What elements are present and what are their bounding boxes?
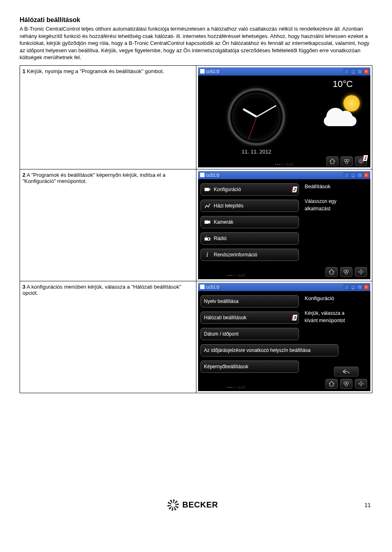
side-text-line1: Válasszon egy: [305, 198, 367, 205]
titlebar-extra-icon[interactable]: [344, 172, 350, 178]
step3-text: A konfigurációs menüben kérjük, válassza…: [22, 284, 181, 296]
page-number: 11: [364, 502, 371, 508]
settings-screen: cc51:0 _ □ × Ko: [198, 171, 371, 279]
close-button[interactable]: ×: [363, 284, 369, 290]
side-title: Beállítások: [305, 183, 367, 189]
menu-item-network[interactable]: Hálózati beállítások 3: [200, 312, 299, 324]
close-button[interactable]: ×: [363, 172, 369, 178]
titlebar-extra-icon[interactable]: [344, 69, 350, 74]
step2-text: A "Programok és beállítások" képernyőn k…: [22, 172, 165, 184]
side-text-line2: kívánt menüpontot: [305, 317, 367, 324]
becker-logo-text: BECKER: [182, 500, 218, 510]
maximize-button[interactable]: □: [357, 69, 363, 74]
radio-icon: [204, 235, 211, 242]
menu-item-cameras[interactable]: Kamerák: [200, 216, 299, 228]
window-titlebar: cc51:0 _ □ ×: [198, 171, 371, 179]
close-button[interactable]: ×: [363, 69, 369, 74]
home-screen: cc51:0 _ □ ×: [198, 67, 371, 167]
svg-point-27: [345, 384, 347, 386]
side-title: Konfiguráció: [305, 295, 367, 301]
maximize-button[interactable]: □: [357, 284, 363, 290]
window-caption: cc51:0: [206, 69, 219, 74]
menu-label: Nyelv beállítása: [204, 298, 239, 304]
app-icon: [200, 285, 205, 289]
date-label: 11. 11. 2012: [242, 149, 271, 155]
window-titlebar: cc51:0 _ □ ×: [198, 67, 371, 76]
step2-text-cell: 2 A "Programok és beállítások" képernyőn…: [20, 169, 196, 281]
menu-item-datetime[interactable]: Dátum / időpont: [200, 328, 299, 340]
callout-marker-3: 3: [292, 315, 297, 321]
settings-icon-button[interactable]: 1: [355, 156, 367, 166]
minimize-button[interactable]: _: [350, 69, 356, 74]
menu-side-panel: Beállítások Válasszon egy alkalmazást: [301, 179, 370, 279]
camera-icon: [204, 219, 211, 225]
app-icon: [200, 173, 205, 177]
home-left-panel: 11. 11. 2012 ▪▪▪▫▫ ııııl: [198, 76, 315, 167]
menu-label: Dátum / időpont: [204, 331, 239, 337]
maximize-button[interactable]: □: [357, 172, 363, 178]
side-text-line1: Kérjük, válassza a: [305, 309, 367, 317]
step3-screenshot-cell: cc51:0 _ □ × Nyelv beállítása: [196, 281, 372, 393]
favorites-icon-button[interactable]: [341, 156, 353, 166]
svg-point-2: [345, 161, 348, 164]
favorites-icon-button[interactable]: [340, 267, 352, 277]
menu-label: Az időjárásjelzésre vonatkozó helyszín b…: [204, 347, 311, 353]
menu-label: Rádió: [214, 236, 227, 241]
info-icon: i: [204, 252, 211, 258]
titlebar-extra-icon[interactable]: [344, 284, 350, 290]
app-icon: [200, 69, 205, 73]
menu-side-panel: Konfiguráció Kérjük, válassza a kívánt m…: [301, 291, 370, 391]
menu-label: Rendszerinformáció: [214, 252, 258, 258]
svg-line-9: [362, 162, 363, 163]
home-icon-button[interactable]: [325, 379, 338, 389]
step2-screenshot-cell: cc51:0 _ □ × Ko: [196, 169, 372, 281]
callout-marker-1: 1: [362, 155, 368, 161]
menu-item-config[interactable]: Konfiguráció 2: [200, 183, 299, 196]
svg-point-28: [360, 383, 362, 385]
settings-icon-button[interactable]: [355, 379, 367, 389]
signal-icon: ▪▪▪▫▫ ııııl: [227, 273, 245, 278]
menu-label: Hálózati beállítások: [204, 315, 247, 321]
svg-line-16: [205, 236, 207, 238]
step1-text: Kérjük, nyomja meg a "Programok és beáll…: [25, 68, 164, 74]
home-icon-button[interactable]: [325, 267, 338, 277]
home-icon-button[interactable]: [326, 156, 339, 166]
menu-label: Kamerák: [214, 219, 234, 225]
intro-paragraph: A B-Tronic CentralControl teljes otthoni…: [20, 25, 372, 61]
step1-text-cell: 1 Kérjük, nyomja meg a "Programok és beá…: [20, 65, 196, 169]
step3-text-cell: 3 A konfigurációs menüben kérjük, válass…: [20, 281, 196, 393]
back-icon-button[interactable]: [334, 367, 359, 376]
menu-item-language[interactable]: Nyelv beállítása: [200, 295, 299, 307]
config-icon: [204, 186, 211, 193]
temperature-label: 10°C: [333, 79, 353, 89]
menu-label: Képernyőbeállítások: [204, 364, 249, 369]
window-caption: cc51:0: [206, 285, 219, 289]
window-caption: cc51:0: [206, 173, 219, 178]
home-right-panel: 10°C: [315, 76, 370, 167]
menu-list-panel: Nyelv beállítása Hálózati beállítások 3 …: [198, 291, 302, 391]
menu-item-screen[interactable]: Képernyőbeállítások: [200, 361, 299, 373]
second-hand: [248, 117, 257, 139]
window-titlebar: cc51:0 _ □ ×: [198, 283, 371, 291]
favorites-icon-button[interactable]: [340, 379, 352, 389]
hour-hand: [243, 108, 257, 118]
minimize-button[interactable]: _: [350, 284, 356, 290]
minimize-button[interactable]: _: [350, 172, 356, 178]
analog-clock: [228, 88, 285, 145]
svg-point-20: [360, 271, 362, 273]
svg-line-8: [359, 159, 360, 160]
menu-item-sysinfo[interactable]: i Rendszerinformáció: [200, 249, 299, 261]
svg-line-10: [359, 162, 360, 163]
install-icon: [204, 203, 211, 209]
menu-label: Konfiguráció: [214, 187, 241, 192]
signal-icon: ▪▪▪▫▫ ııııl: [227, 385, 245, 390]
menu-item-radio[interactable]: Rádió: [200, 232, 299, 245]
steps-table: 1 Kérjük, nyomja meg a "Programok és beá…: [20, 65, 372, 393]
svg-rect-12: [205, 188, 209, 191]
signal-icon: ▪▪▪▫▫ ııııl: [275, 162, 293, 167]
callout-marker-2: 2: [292, 187, 297, 192]
svg-rect-13: [205, 220, 209, 224]
page-title: Hálózati beállítások: [20, 16, 372, 24]
settings-icon-button[interactable]: [355, 267, 367, 277]
menu-item-install[interactable]: Házi telepítés: [200, 200, 299, 212]
